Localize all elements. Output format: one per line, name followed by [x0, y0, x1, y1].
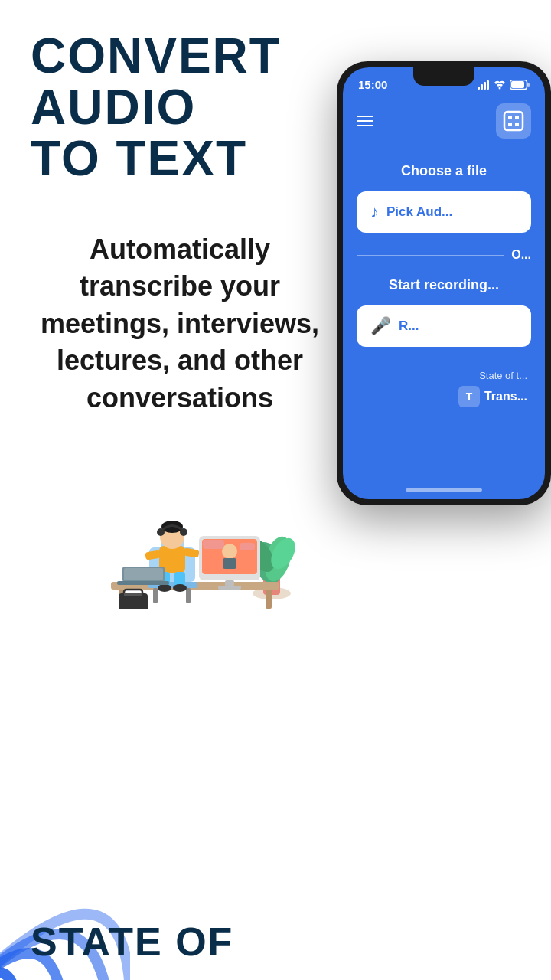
status-time: 15:00: [358, 78, 387, 91]
page-title: CONVERT AUDIO TO TEXT: [31, 31, 329, 185]
phone-body: 15:00: [337, 61, 551, 505]
divider-line-left: [357, 255, 504, 256]
description-text: Automatically transcribe your meetings, …: [31, 231, 329, 417]
app-content: Choose a file ♪ Pick Aud... O... Start r…: [343, 148, 545, 423]
svg-rect-50: [508, 116, 512, 119]
svg-rect-48: [527, 83, 530, 87]
record-button[interactable]: 🎤 R...: [357, 305, 531, 347]
trans-icon-letter: T: [466, 390, 473, 403]
music-note-icon: ♪: [370, 202, 379, 222]
svg-point-17: [157, 528, 165, 536]
phone-screen: 15:00: [343, 67, 545, 499]
svg-point-24: [173, 584, 187, 592]
svg-rect-51: [515, 116, 519, 119]
app-logo: [496, 103, 531, 139]
svg-point-18: [180, 528, 187, 536]
trans-logo-icon: T: [458, 386, 480, 407]
bottom-title: STATE OF: [31, 919, 233, 965]
svg-rect-47: [511, 81, 524, 88]
svg-rect-38: [124, 593, 142, 596]
svg-rect-35: [117, 581, 169, 585]
state-of-label: State of t...: [357, 370, 531, 381]
phone-mockup: 15:00: [337, 61, 551, 903]
svg-rect-11: [153, 588, 158, 603]
svg-rect-43: [484, 82, 486, 90]
status-icons: [478, 80, 530, 90]
svg-rect-34: [124, 568, 163, 580]
title-line1: CONVERT AUDIO: [31, 28, 281, 135]
svg-rect-52: [508, 122, 512, 126]
svg-rect-8: [266, 590, 272, 609]
choose-file-label: Choose a file: [357, 163, 531, 179]
microphone-icon: 🎤: [370, 316, 391, 336]
svg-point-23: [158, 584, 171, 592]
pick-audio-text: Pick Aud...: [386, 204, 452, 220]
hamburger-menu[interactable]: [357, 116, 373, 126]
app-header: [343, 97, 545, 148]
svg-rect-53: [515, 122, 519, 126]
svg-rect-29: [225, 580, 234, 586]
svg-rect-41: [478, 87, 480, 90]
svg-rect-30: [218, 586, 241, 590]
divider: O...: [357, 248, 531, 262]
divider-or-text: O...: [511, 248, 531, 262]
home-indicator: [406, 488, 482, 492]
svg-rect-31: [203, 540, 224, 549]
illustration: [50, 463, 310, 609]
svg-rect-44: [487, 80, 489, 90]
start-recording-label: Start recording...: [357, 277, 531, 293]
svg-point-45: [499, 87, 501, 89]
record-button-text: R...: [399, 318, 419, 334]
svg-rect-49: [504, 112, 523, 130]
svg-rect-12: [186, 588, 191, 603]
phone-notch: [413, 67, 474, 86]
trans-logo-text: Trans...: [484, 390, 527, 403]
svg-rect-32: [240, 543, 255, 550]
trans-logo: T Trans...: [357, 386, 531, 407]
svg-rect-42: [481, 84, 483, 90]
svg-rect-28: [223, 558, 236, 569]
title-line2: TO TEXT: [31, 131, 247, 186]
pick-audio-button[interactable]: ♪ Pick Aud...: [357, 191, 531, 233]
